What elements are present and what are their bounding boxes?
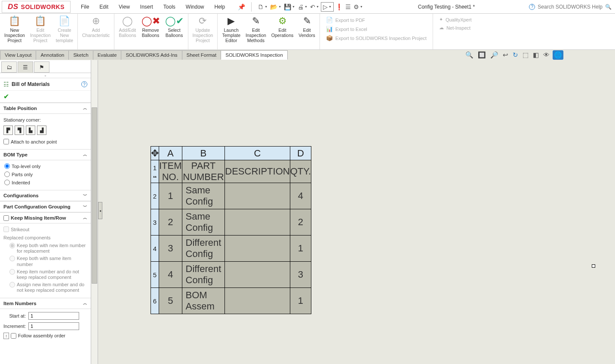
panel-scrollbar-track[interactable]	[91, 60, 98, 364]
redraw-icon[interactable]: ↻	[511, 50, 520, 60]
zoom-fit-icon[interactable]: 🔍	[464, 50, 475, 60]
col-header-c[interactable]: C	[225, 147, 290, 160]
undo-icon[interactable]: ↶▼	[309, 2, 320, 12]
bom-cell[interactable]	[225, 288, 290, 314]
bom-cell[interactable]: BOM Assem	[182, 288, 225, 314]
keep-missing-checkbox[interactable]	[3, 215, 9, 221]
bom-header-item[interactable]: ITEM NO.	[159, 160, 182, 183]
menu-insert[interactable]: Insert	[135, 1, 158, 12]
bom-cell[interactable]: 3	[159, 236, 182, 262]
section-keep-missing[interactable]: Keep Missing Item/Row︿	[0, 212, 91, 223]
start-at-input[interactable]	[28, 312, 79, 320]
save-icon[interactable]: 💾▼	[283, 2, 296, 12]
row-header[interactable]: 4	[151, 236, 159, 262]
top-level-radio[interactable]	[4, 163, 10, 169]
settings-icon[interactable]: ⚙▼	[353, 2, 364, 12]
bom-cell[interactable]: 1	[290, 236, 311, 262]
select-icon[interactable]: ▷▼	[321, 2, 334, 12]
export-excel-button[interactable]: 📊Export to Excel	[324, 24, 428, 34]
increment-input[interactable]	[28, 322, 79, 330]
table-resize-handle[interactable]	[592, 264, 595, 268]
qualityxpert-button[interactable]: ✦QualityXpert	[437, 15, 474, 24]
indented-radio[interactable]	[4, 180, 10, 185]
bom-cell[interactable]: 4	[290, 183, 311, 209]
follow-assembly-checkbox[interactable]	[11, 333, 16, 339]
launch-template-editor-button[interactable]: ▶LaunchTemplateEditor	[219, 15, 243, 44]
bom-cell[interactable]	[225, 183, 290, 209]
bom-cell[interactable]: Same Config	[182, 209, 225, 236]
menu-window[interactable]: Window	[181, 1, 209, 12]
update-inspection-project-button[interactable]: ⟳UpdateInspectionProject	[190, 15, 216, 44]
zoom-inout-icon[interactable]: 🔎	[489, 50, 500, 60]
tab-sheet-format[interactable]: Sheet Format	[182, 50, 221, 60]
rebuild-icon[interactable]: ❗	[335, 2, 344, 12]
tab-annotation[interactable]: Annotation	[36, 50, 69, 60]
edit-inspection-methods-button[interactable]: ✎EditInspectionMethods	[243, 15, 269, 44]
add-characteristic-button[interactable]: ⊕AddCharacteristic	[80, 15, 112, 39]
col-header-d[interactable]: D	[290, 147, 311, 160]
bom-cell[interactable]: Different Config	[182, 262, 225, 288]
bom-cell[interactable]	[225, 262, 290, 288]
flyout-handle[interactable]: ◂	[98, 202, 102, 219]
bom-cell[interactable]: 2	[290, 209, 311, 236]
appearance-icon[interactable]: 🌐	[553, 50, 563, 60]
corner-tl-button[interactable]: ▛	[3, 125, 13, 135]
bom-header-desc[interactable]: DESCRIPTION	[225, 160, 290, 183]
display-style-icon[interactable]: ◧	[532, 50, 540, 60]
config-tab[interactable]: ⚑	[34, 61, 49, 73]
bom-header-qty[interactable]: QTY.	[290, 160, 311, 183]
section-bom-type[interactable]: BOM Type︿	[0, 149, 91, 160]
section-item-numbers[interactable]: Item Numbers︿	[0, 298, 91, 309]
print-icon[interactable]: 🖨▼	[297, 2, 308, 12]
menu-file[interactable]: File	[76, 1, 94, 12]
bom-cell[interactable]: 1	[159, 183, 182, 209]
corner-tr-button[interactable]: ▜	[15, 125, 24, 135]
new-inspection-project-button[interactable]: 📋NewInspectionProject	[2, 15, 28, 44]
edit-vendors-button[interactable]: ✎EditVendors	[296, 15, 318, 39]
hide-show-icon[interactable]: 👁	[542, 50, 551, 60]
edit-inspection-project-button[interactable]: 📋EditInspectionProject	[28, 15, 53, 44]
tab-evaluate[interactable]: Evaluate	[93, 50, 122, 60]
bom-cell[interactable]: 5	[159, 288, 182, 314]
section-configurations[interactable]: Configurations﹀	[0, 190, 91, 201]
row-header[interactable]: 6	[151, 288, 159, 314]
bom-cell[interactable]	[225, 236, 290, 262]
section-table-position[interactable]: Table Position︿	[0, 103, 91, 114]
property-tab[interactable]: ☰	[18, 61, 33, 73]
bom-cell[interactable]	[225, 209, 290, 236]
export-pdf-button[interactable]: 📄Export to PDF	[324, 15, 428, 24]
parts-only-radio[interactable]	[4, 171, 10, 177]
menu-edit[interactable]: Edit	[94, 1, 114, 12]
col-header-a[interactable]: A	[159, 147, 182, 160]
bom-header-part[interactable]: PART NUMBER	[182, 160, 225, 183]
options-icon[interactable]: ☰	[344, 2, 352, 12]
bom-cell[interactable]: 1	[290, 288, 311, 314]
bom-cell[interactable]: Different Config	[182, 236, 225, 262]
corner-bl-button[interactable]: ▙	[26, 125, 35, 135]
addedit-balloons-button[interactable]: ◯Add/EditBalloons	[116, 15, 138, 39]
drawing-canvas[interactable]: ◂ ✥ A B C D 1▴▴ ITEM NO. PART NUMBER DES…	[98, 60, 615, 364]
attach-anchor-checkbox[interactable]	[3, 139, 9, 144]
menu-view[interactable]: View	[114, 1, 135, 12]
row-header[interactable]: 2	[151, 183, 159, 209]
panel-help-icon[interactable]: ?	[81, 81, 87, 87]
tab-addins[interactable]: SOLIDWORKS Add-Ins	[121, 50, 182, 60]
row-header[interactable]: 5	[151, 262, 159, 288]
bom-cell[interactable]: 2	[159, 209, 182, 236]
edit-operations-button[interactable]: ⚙EditOperations	[269, 15, 296, 39]
panel-drag-dots[interactable]: ∘	[0, 73, 91, 78]
select-balloons-button[interactable]: ◯✔SelectBalloons	[163, 15, 186, 39]
table-move-handle[interactable]: ✥	[151, 147, 159, 160]
row-header-1[interactable]: 1▴▴	[151, 160, 159, 183]
section-part-config-grouping[interactable]: Part Configuration Grouping﹀	[0, 201, 91, 212]
bom-cell[interactable]: 4	[159, 262, 182, 288]
zoom-area-icon[interactable]: 🔲	[477, 50, 487, 60]
open-doc-icon[interactable]: 📂▼	[269, 2, 282, 12]
tab-sketch[interactable]: Sketch	[68, 50, 93, 60]
pin-icon[interactable]: 📌	[234, 2, 249, 12]
tab-view-layout[interactable]: View Layout	[0, 50, 36, 60]
menu-tools[interactable]: Tools	[158, 1, 181, 12]
export-swip-button[interactable]: 📦Export to SOLIDWORKS Inspection Project	[324, 34, 428, 43]
col-header-b[interactable]: B	[182, 147, 225, 160]
bom-cell[interactable]: Same Config	[182, 183, 225, 209]
